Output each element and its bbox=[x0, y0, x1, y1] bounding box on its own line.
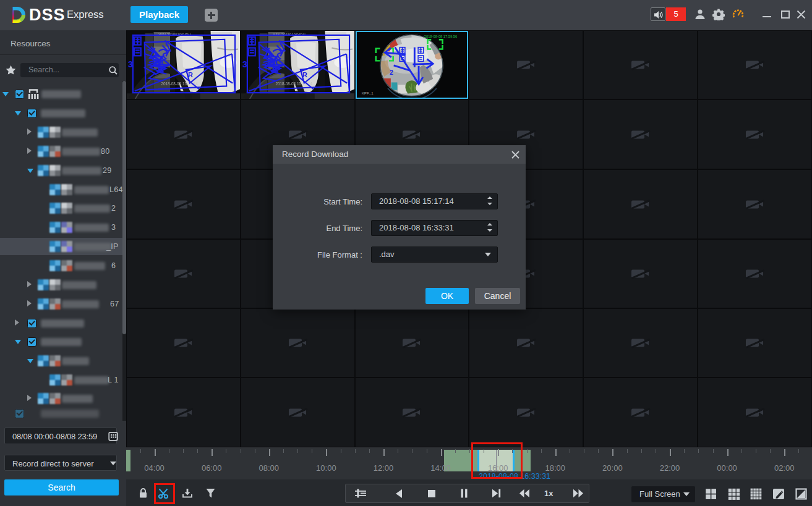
svg-text:R: R bbox=[188, 71, 193, 78]
svg-text:2: 2 bbox=[390, 69, 393, 76]
svg-text:3: 3 bbox=[128, 60, 133, 69]
svg-text:2018-08-08 17:59:56: 2018-08-08 17:59:56 bbox=[424, 35, 458, 39]
svg-text:3: 3 bbox=[242, 60, 247, 69]
svg-text:KPF_1: KPF_1 bbox=[362, 91, 374, 95]
svg-text:R: R bbox=[302, 71, 307, 78]
